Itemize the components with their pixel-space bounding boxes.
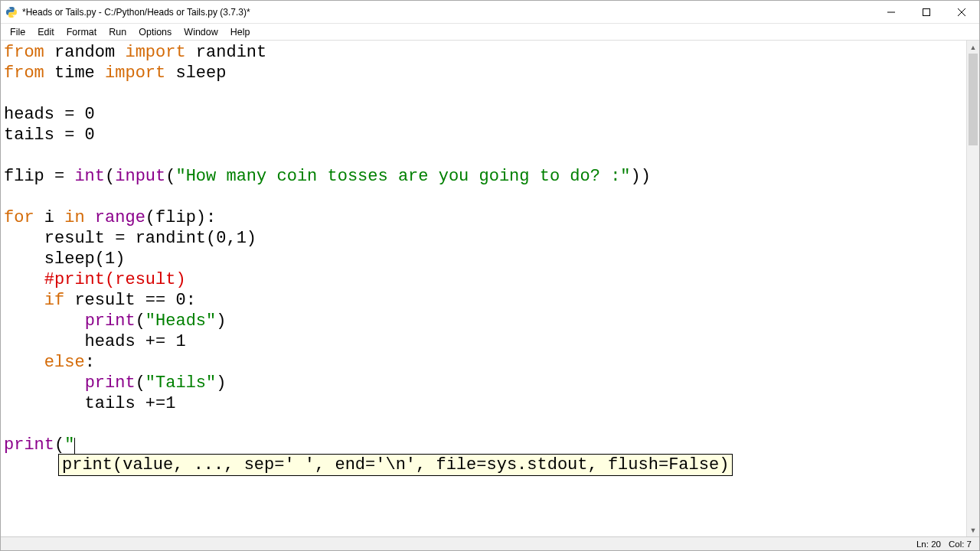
kw-if: if xyxy=(44,291,64,310)
scroll-thumb[interactable] xyxy=(969,54,978,145)
kw-import: import xyxy=(105,64,165,83)
titlebar: *Heads or Tails.py - C:/Python/Heads or … xyxy=(1,1,979,24)
builtin-print: print xyxy=(4,435,54,455)
code-editor[interactable]: from random import randint from time imp… xyxy=(1,41,966,536)
builtin-input: input xyxy=(115,167,165,186)
string-literal: "How many coin tosses are you going to d… xyxy=(175,167,630,186)
string-literal: " xyxy=(64,435,74,455)
builtin-range: range xyxy=(95,208,145,227)
menu-run[interactable]: Run xyxy=(103,25,132,39)
kw-from: from xyxy=(4,43,44,62)
idle-window: *Heads or Tails.py - C:/Python/Heads or … xyxy=(0,0,980,551)
editor-area: from random import randint from time imp… xyxy=(1,41,979,536)
builtin-int: int xyxy=(74,167,105,186)
statusbar: Ln: 20 Col: 7 xyxy=(1,536,979,550)
vertical-scrollbar[interactable]: ▲ ▼ xyxy=(966,41,979,536)
close-button[interactable] xyxy=(944,1,979,23)
scroll-up-button[interactable]: ▲ xyxy=(967,41,979,54)
menubar: File Edit Format Run Options Window Help xyxy=(1,24,979,41)
scroll-down-button[interactable]: ▼ xyxy=(967,523,979,536)
kw-import: import xyxy=(125,43,185,62)
status-line: Ln: 20 xyxy=(916,540,941,549)
python-file-icon xyxy=(5,6,18,18)
text-caret xyxy=(74,438,75,455)
kw-from: from xyxy=(4,64,44,83)
menu-file[interactable]: File xyxy=(4,25,31,39)
window-controls xyxy=(874,1,979,23)
menu-window[interactable]: Window xyxy=(178,25,224,39)
builtin-print: print xyxy=(85,311,136,331)
window-title: *Heads or Tails.py - C:/Python/Heads or … xyxy=(22,7,874,18)
menu-edit[interactable]: Edit xyxy=(31,25,60,39)
menu-format[interactable]: Format xyxy=(60,25,103,39)
maximize-button[interactable] xyxy=(909,1,944,23)
string-literal: "Tails" xyxy=(145,373,216,393)
svg-rect-0 xyxy=(923,8,930,15)
kw-in: in xyxy=(64,208,84,227)
menu-options[interactable]: Options xyxy=(132,25,178,39)
minimize-button[interactable] xyxy=(874,1,909,23)
menu-help[interactable]: Help xyxy=(224,25,256,39)
kw-for: for xyxy=(4,208,34,227)
string-literal: "Heads" xyxy=(145,311,216,331)
builtin-print: print xyxy=(85,373,136,393)
calltip-tooltip: print(value, ..., sep=' ', end='\n', fil… xyxy=(58,454,733,476)
comment: #print(result) xyxy=(4,270,186,289)
kw-else: else xyxy=(44,353,85,372)
status-col: Col: 7 xyxy=(949,540,972,549)
